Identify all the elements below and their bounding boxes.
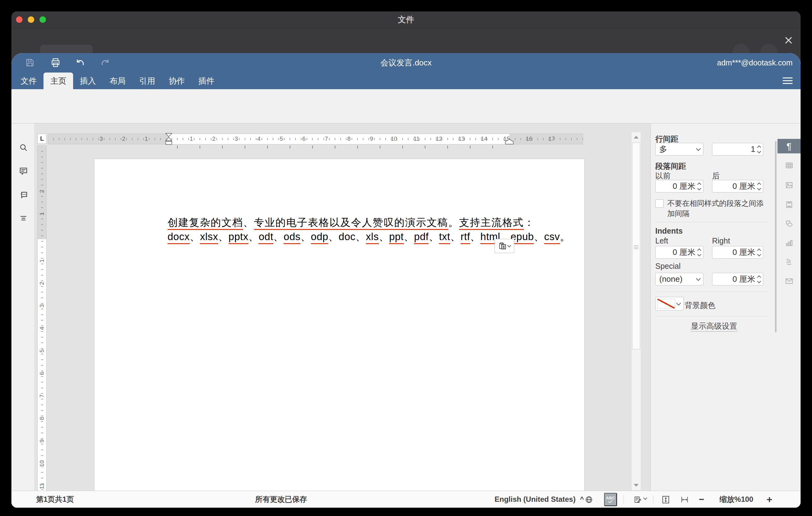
tab-引用[interactable]: 引用 — [132, 73, 162, 89]
search-icon[interactable] — [17, 141, 30, 154]
indent-left-spinner[interactable]: 0 厘米 — [655, 246, 703, 259]
text: 、 — [248, 231, 259, 243]
tab-stop-selector[interactable]: L — [37, 134, 47, 144]
line-spacing-value-spinner[interactable]: 1 — [712, 143, 763, 155]
vertical-ruler[interactable]: 211234567891011 — [37, 146, 47, 491]
ruler-number: 6 — [300, 136, 308, 142]
comments-icon[interactable] — [17, 165, 30, 177]
shape-settings-icon[interactable] — [784, 218, 795, 229]
divider — [624, 495, 624, 503]
document-page[interactable]: 创建复杂的文档、专业的电子表格以及令人赞叹的演示文稿。支持主流格式： docx、… — [94, 159, 584, 491]
tab-协作[interactable]: 协作 — [162, 73, 192, 89]
spacing-before-spinner[interactable]: 0 厘米 — [655, 180, 703, 193]
tab-插件[interactable]: 插件 — [192, 73, 221, 89]
hamburger-menu-icon[interactable] — [783, 78, 792, 84]
ruler-number: 9 — [38, 437, 46, 445]
text-art-settings-icon[interactable]: Ta — [784, 256, 795, 267]
spell-check-toggle-icon[interactable]: ABC — [604, 493, 617, 506]
ruler-number: 7 — [323, 136, 330, 142]
table-settings-icon[interactable] — [784, 160, 795, 171]
ruler-number: 1 — [143, 136, 150, 142]
tab-主页[interactable]: 主页 — [44, 73, 73, 89]
header-footer-settings-icon[interactable] — [784, 199, 795, 210]
background-color-picker[interactable] — [655, 297, 684, 311]
image-settings-icon[interactable] — [784, 180, 795, 191]
mail-merge-settings-icon[interactable] — [784, 276, 795, 287]
tab-文件[interactable]: 文件 — [14, 73, 44, 89]
horizontal-ruler[interactable]: 3211234567891011121314151617 — [48, 134, 583, 144]
scrollbar-thumb[interactable] — [632, 143, 640, 349]
paste-options-button[interactable] — [495, 239, 514, 253]
fit-width-icon[interactable] — [679, 494, 690, 505]
ruler-number: 7 — [38, 392, 46, 400]
track-changes-icon[interactable] — [632, 494, 643, 505]
paragraph-settings-panel: 行间距 多 1 段落间距 以前 后 0 厘米 0 厘米 — [650, 123, 778, 491]
tab-插入[interactable]: 插入 — [73, 73, 103, 89]
panel-scrollbar[interactable] — [775, 141, 777, 333]
chat-icon[interactable] — [17, 189, 30, 201]
misspelled-text: pdf — [414, 231, 429, 244]
special-select[interactable]: (none) — [655, 273, 703, 285]
track-changes-arrow[interactable] — [644, 496, 650, 500]
scroll-down-icon[interactable] — [634, 484, 639, 487]
svg-text:Ta: Ta — [786, 258, 791, 263]
indents-label: Indents — [655, 227, 683, 235]
spacing-after-spinner[interactable]: 0 厘米 — [712, 180, 763, 193]
vertical-scrollbar[interactable] — [631, 132, 641, 491]
text: 、 — [404, 231, 414, 243]
show-advanced-settings-link[interactable]: 显示高级设置 — [651, 321, 778, 331]
ruler-number: 11 — [38, 482, 46, 490]
no-color-swatch — [657, 299, 675, 309]
chart-settings-icon[interactable] — [784, 238, 795, 249]
indent-right-spinner[interactable]: 0 厘米 — [712, 246, 763, 259]
misspelled-text: 支持主流格式 — [459, 217, 524, 230]
first-line-indent-marker[interactable] — [165, 133, 173, 145]
ruler-number: 2 — [210, 136, 218, 142]
zoom-out-button[interactable]: − — [697, 491, 706, 508]
text: 、 — [355, 231, 366, 243]
ruler-number: 2 — [38, 280, 46, 287]
ruler-number: 1 — [38, 257, 46, 264]
macos-titlebar: 文件 — [11, 11, 801, 28]
divider — [655, 316, 768, 316]
navigation-headings-icon[interactable] — [17, 212, 30, 224]
text: 、 — [243, 217, 254, 229]
ruler-number: 1 — [187, 136, 195, 142]
set-document-language-globe-icon[interactable] — [583, 494, 594, 505]
ruler-number: 10 — [38, 460, 46, 467]
indent-right-label: Right — [712, 236, 730, 245]
misspelled-text: ods — [284, 231, 300, 244]
document-title: 会议发言.docx — [11, 53, 801, 73]
ruler-number: 17 — [548, 136, 555, 142]
same-style-spacing-checkbox[interactable] — [655, 199, 664, 208]
right-icon-strip: ¶ Ta — [778, 123, 801, 491]
ruler-number: 8 — [38, 415, 46, 422]
ruler-number: 13 — [458, 136, 465, 142]
scroll-up-icon[interactable] — [634, 136, 639, 139]
right-indent-marker[interactable] — [505, 139, 514, 144]
language-selector[interactable]: English (United States) ^ — [495, 491, 584, 508]
spacing-before-label: 以前 — [655, 171, 671, 181]
ruler-number: 4 — [255, 136, 263, 142]
zoom-in-button[interactable]: + — [765, 491, 774, 508]
page-indicator[interactable]: 第1页共1页 — [36, 491, 74, 508]
close-icon[interactable] — [782, 34, 795, 47]
text: doc — [339, 231, 356, 243]
ruler-number: 10 — [390, 136, 398, 142]
misspelled-text: pptx — [229, 231, 248, 244]
save-status: 所有更改已保存 — [255, 491, 307, 508]
document-area: L 3211234567891011121314151617 — [34, 123, 650, 491]
fit-page-icon[interactable] — [660, 494, 671, 505]
same-style-spacing-label: 不要在相同样式的段落之间添加间隔 — [667, 198, 769, 219]
text: ： — [524, 217, 535, 229]
paragraph-settings-icon[interactable]: ¶ — [778, 139, 801, 153]
ruler-number: 5 — [38, 347, 46, 354]
special-amount-spinner[interactable]: 0 厘米 — [712, 273, 763, 285]
screen: 文件 会议发言.docx — [0, 0, 812, 516]
text: 、 — [273, 231, 284, 243]
zoom-level[interactable]: 缩放%100 — [718, 491, 755, 508]
tab-布局[interactable]: 布局 — [103, 73, 132, 89]
line-spacing-select[interactable]: 多 — [655, 143, 703, 155]
divider — [653, 495, 654, 503]
text: 、 — [190, 231, 200, 243]
